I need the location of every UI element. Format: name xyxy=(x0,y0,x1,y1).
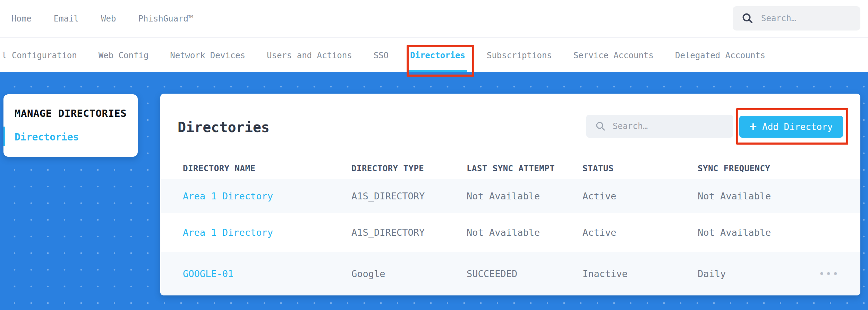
column-header-directory-name: DIRECTORY NAME xyxy=(183,164,255,173)
plus-icon: + xyxy=(750,120,757,132)
nav-item-web[interactable]: Web xyxy=(101,14,116,24)
directory-name-link[interactable]: GOOGLE-01 xyxy=(183,268,233,279)
directory-type-value: A1S_DIRECTORY xyxy=(351,227,425,238)
nav-item-email[interactable]: Email xyxy=(54,14,79,24)
table-row: Area 1 Directory A1S_DIRECTORY Not Avail… xyxy=(160,213,860,252)
status-value: Inactive xyxy=(582,268,628,279)
global-search-input[interactable] xyxy=(761,14,860,23)
global-search-box[interactable] xyxy=(733,6,860,31)
sync-frequency-value: Not Available xyxy=(698,227,771,238)
last-sync-value: SUCCEEDED xyxy=(467,268,517,279)
directory-name-link[interactable]: Area 1 Directory xyxy=(183,227,273,238)
directory-type-value: A1S_DIRECTORY xyxy=(351,191,425,201)
content-area: MANAGE DIRECTORIES Directories Directori… xyxy=(0,72,868,310)
tab-subscriptions[interactable]: Subscriptions xyxy=(487,39,552,72)
tab-email-configuration[interactable]: l Configuration xyxy=(2,39,77,72)
tab-delegated-accounts[interactable]: Delegated Accounts xyxy=(675,39,765,72)
sync-frequency-value: Daily xyxy=(698,268,726,279)
tab-network-devices[interactable]: Network Devices xyxy=(170,39,245,72)
table-header-row: DIRECTORY NAME DIRECTORY TYPE LAST SYNC … xyxy=(160,158,860,179)
directories-search-input[interactable] xyxy=(613,121,733,131)
search-icon xyxy=(595,121,606,131)
sync-frequency-value: Not Available xyxy=(698,191,771,201)
column-header-directory-type: DIRECTORY TYPE xyxy=(351,164,424,173)
tab-sso[interactable]: SSO xyxy=(374,39,389,72)
directory-name-link[interactable]: Area 1 Directory xyxy=(183,191,273,201)
directories-table: DIRECTORY NAME DIRECTORY TYPE LAST SYNC … xyxy=(160,158,860,295)
row-menu-ellipsis-icon[interactable]: ••• xyxy=(819,268,840,279)
add-directory-button[interactable]: + Add Directory xyxy=(739,116,843,138)
last-sync-value: Not Available xyxy=(467,227,540,238)
top-nav-bar: Home Email Web PhishGuard™ xyxy=(0,0,868,38)
sidebar-active-indicator xyxy=(3,127,5,146)
column-header-last-sync-attempt: LAST SYNC ATTEMPT xyxy=(467,164,555,173)
tab-directories[interactable]: Directories xyxy=(410,39,465,72)
status-value: Active xyxy=(582,227,616,238)
table-row: GOOGLE-01 Google SUCCEEDED Inactive Dail… xyxy=(160,252,860,295)
sidebar-item-directories[interactable]: Directories xyxy=(15,131,79,143)
sidebar-heading: MANAGE DIRECTORIES xyxy=(15,107,127,119)
tab-users-and-actions[interactable]: Users and Actions xyxy=(267,39,352,72)
page-title: Directories xyxy=(178,119,270,135)
last-sync-value: Not Available xyxy=(467,191,540,201)
settings-tab-bar: l Configuration Web Config Network Devic… xyxy=(0,39,868,72)
sidebar-card: MANAGE DIRECTORIES Directories xyxy=(3,94,138,157)
search-icon xyxy=(742,12,754,24)
directories-panel: Directories + Add Directory DIRECTORY NA… xyxy=(160,94,860,295)
column-header-status: STATUS xyxy=(582,164,614,173)
nav-item-phishguard[interactable]: PhishGuard™ xyxy=(138,14,193,24)
directory-type-value: Google xyxy=(351,268,385,279)
status-value: Active xyxy=(582,191,616,201)
tab-service-accounts[interactable]: Service Accounts xyxy=(573,39,654,72)
tab-web-config[interactable]: Web Config xyxy=(99,39,149,72)
nav-item-home[interactable]: Home xyxy=(11,14,32,24)
add-directory-label: Add Directory xyxy=(762,122,833,132)
directories-search-box[interactable] xyxy=(586,115,733,138)
column-header-sync-frequency: SYNC FREQUENCY xyxy=(698,164,770,173)
table-row: Area 1 Directory A1S_DIRECTORY Not Avail… xyxy=(160,179,860,213)
